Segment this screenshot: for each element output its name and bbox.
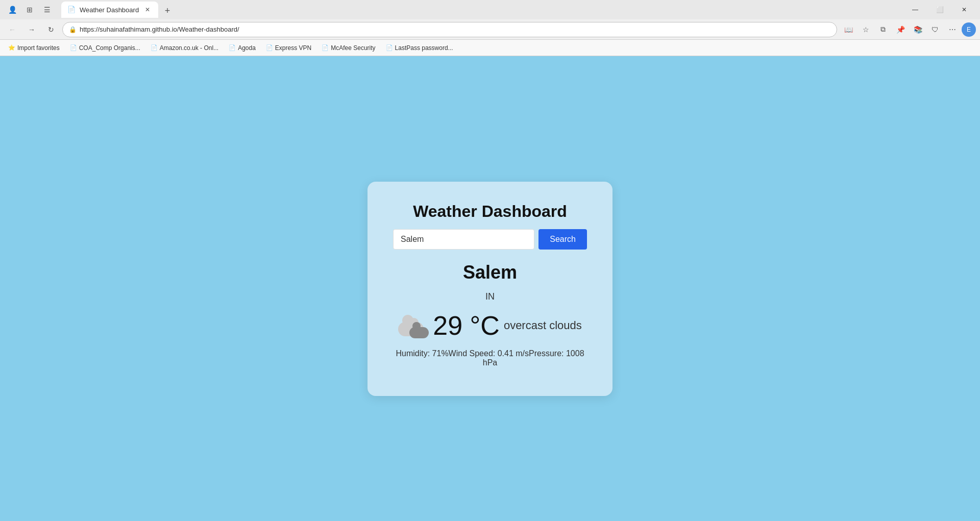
wind-label: Wind Speed: 0.41 m/s (449, 349, 529, 358)
bookmark-lastpass[interactable]: 📄 LastPass password... (382, 43, 457, 53)
temperature-display: 29 °C (433, 310, 500, 341)
forward-button[interactable]: → (23, 21, 40, 38)
country-code: IN (485, 291, 495, 302)
cloud-dark-shape (409, 327, 429, 338)
browser-controls: 👤 ⊞ ☰ (4, 2, 55, 18)
lock-icon: 🔒 (69, 26, 77, 33)
doc-icon-4: 📄 (266, 44, 273, 51)
bookmark-label: Express VPN (275, 44, 311, 52)
pin-button[interactable]: 📌 (892, 21, 909, 38)
city-name: Salem (463, 262, 517, 283)
favorites-button[interactable]: ☆ (857, 21, 874, 38)
active-tab[interactable]: 📄 Weather Dashboard ✕ (61, 2, 158, 18)
reader-mode-button[interactable]: 📖 (840, 21, 856, 38)
doc-icon-5: 📄 (322, 44, 329, 51)
bookmark-label: Amazon.co.uk - Onl... (160, 44, 218, 52)
city-search-input[interactable] (393, 229, 534, 250)
tab-title: Weather Dashboard (80, 6, 139, 14)
weather-main-row: 29 °C overcast clouds (398, 310, 582, 341)
weather-description: overcast clouds (504, 319, 582, 332)
search-row: Search (393, 229, 587, 250)
tab-bar: 👤 ⊞ ☰ 📄 Weather Dashboard ✕ + — ⬜ ✕ (0, 0, 980, 19)
tab-favicon-icon: 📄 (67, 6, 76, 14)
address-bar: ← → ↻ 🔒 https://suhainafathimam.github.i… (0, 19, 980, 40)
url-bar[interactable]: 🔒 https://suhainafathimam.github.io/Weat… (62, 22, 837, 37)
close-window-button[interactable]: ✕ (952, 2, 976, 18)
refresh-button[interactable]: ↻ (43, 21, 59, 38)
back-button[interactable]: ← (4, 21, 20, 38)
shield-button[interactable]: 🛡 (927, 21, 943, 38)
doc-icon-6: 📄 (386, 44, 393, 51)
new-tab-button[interactable]: + (160, 4, 175, 18)
window-controls: — ⬜ ✕ (903, 2, 976, 18)
split-screen-button[interactable]: ⧉ (875, 21, 891, 38)
bookmark-agoda[interactable]: 📄 Agoda (225, 43, 260, 53)
more-button[interactable]: ⋯ (944, 21, 961, 38)
card-title: Weather Dashboard (413, 202, 567, 221)
bookmark-mcafee[interactable]: 📄 McAfee Security (317, 43, 379, 53)
edge-profile-button[interactable]: E (962, 22, 976, 37)
doc-icon-2: 📄 (151, 44, 158, 51)
grid-button[interactable]: ⊞ (21, 2, 38, 18)
url-text: https://suhainafathimam.github.io/Weathe… (80, 26, 830, 33)
doc-icon-3: 📄 (229, 44, 236, 51)
doc-icon-1: 📄 (70, 44, 77, 51)
bookmark-label: Agoda (238, 44, 256, 52)
browser-chrome: 👤 ⊞ ☰ 📄 Weather Dashboard ✕ + — ⬜ ✕ ← → … (0, 0, 980, 56)
bookmark-amazon[interactable]: 📄 Amazon.co.uk - Onl... (146, 43, 223, 53)
bookmarks-bar: ⭐ Import favorites 📄 COA_Comp Organis...… (0, 40, 980, 56)
page-content: Weather Dashboard Search Salem IN 29 °C … (0, 56, 980, 521)
bookmark-import-favorites[interactable]: ⭐ Import favorites (4, 43, 64, 53)
tab-close-button[interactable]: ✕ (143, 5, 152, 14)
bookmark-express-vpn[interactable]: 📄 Express VPN (262, 43, 315, 53)
bookmark-coa-comp[interactable]: 📄 COA_Comp Organis... (66, 43, 144, 53)
bookmark-label: LastPass password... (395, 44, 453, 52)
weather-details: Humidity: 71%Wind Speed: 0.41 m/sPressur… (393, 349, 587, 367)
humidity-label: Humidity: 71% (396, 349, 448, 358)
maximize-button[interactable]: ⬜ (928, 2, 951, 18)
weather-cloud-icon (398, 313, 429, 338)
minimize-button[interactable]: — (903, 2, 927, 18)
profile-button[interactable]: 👤 (4, 2, 20, 18)
vertical-tabs-button[interactable]: ☰ (39, 2, 55, 18)
bookmark-label: Import favorites (17, 44, 60, 52)
weather-card: Weather Dashboard Search Salem IN 29 °C … (368, 182, 612, 396)
bookmark-label: COA_Comp Organis... (79, 44, 140, 52)
search-button[interactable]: Search (538, 229, 587, 250)
bookmark-label: McAfee Security (331, 44, 375, 52)
toolbar-icons: 📖 ☆ ⧉ 📌 📚 🛡 ⋯ E (840, 21, 976, 38)
collections-button[interactable]: 📚 (910, 21, 926, 38)
tab-group: 📄 Weather Dashboard ✕ + (61, 2, 901, 18)
star-icon: ⭐ (8, 44, 15, 51)
